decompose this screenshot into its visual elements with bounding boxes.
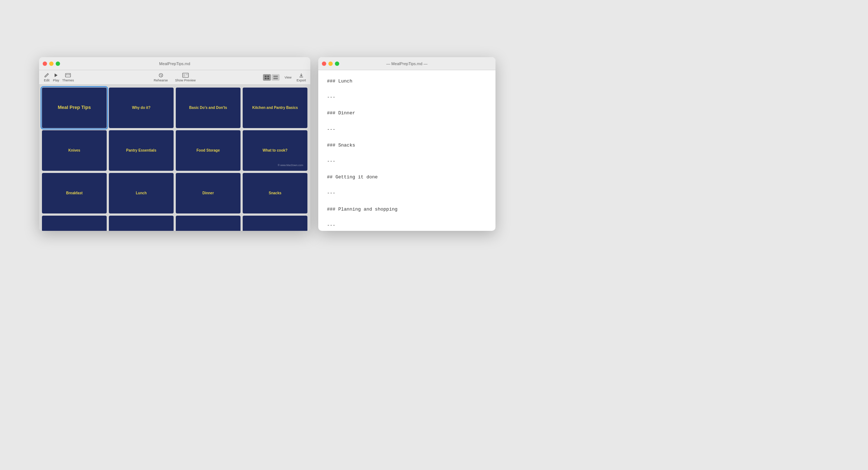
slide-title-3: Basic Do's and Don'ts (186, 102, 230, 113)
slide-card-7[interactable]: Food Storage (176, 130, 241, 171)
slide-card-14[interactable]: Planning and shopping (109, 216, 174, 231)
fullscreen-button[interactable] (56, 62, 60, 66)
right-window: — MealPrepTips.md — ### Lunch --- ### Di… (318, 57, 495, 231)
editor-line-11 (327, 165, 487, 173)
editor-line-10: --- (327, 157, 487, 165)
slide-title-11: Dinner (200, 188, 217, 198)
svg-marker-0 (55, 73, 58, 77)
slide-title-7: Food Storage (193, 145, 222, 156)
slide-card-8[interactable]: What to cook?® www.MacDown.com (243, 130, 307, 171)
slide-card-1[interactable]: Meal Prep Tips (42, 88, 107, 128)
slide-title-12: Snacks (266, 188, 284, 198)
svg-rect-14 (299, 77, 303, 77)
toolbar-right: View Export (263, 73, 306, 82)
slide-card-16[interactable]: Final thoughts (243, 216, 307, 231)
export-icon (298, 73, 305, 78)
editor-line-19 (327, 229, 487, 231)
left-window: MealPrepTips.md Edit Play (39, 57, 310, 231)
minimize-button-right[interactable] (328, 62, 333, 66)
titlebar-left: MealPrepTips.md (39, 57, 310, 70)
edit-icon (43, 73, 50, 78)
slide-card-6[interactable]: Pantry Essentials (109, 130, 174, 171)
svg-rect-9 (267, 76, 269, 77)
editor-line-13 (327, 181, 487, 189)
svg-rect-2 (66, 74, 68, 75)
svg-rect-6 (183, 74, 185, 77)
slide-title-10: Lunch (133, 188, 150, 198)
export-button[interactable]: Export (297, 73, 306, 82)
themes-icon (65, 73, 71, 78)
play-icon (53, 73, 59, 78)
editor-line-17 (327, 213, 487, 221)
slide-title-1: Meal Prep Tips (55, 102, 94, 114)
slide-title-5: Knives (65, 145, 83, 156)
slide-title-9: Breakfast (63, 188, 86, 198)
slide-grid: Meal Prep TipsWhy do it?Basic Do's and D… (39, 85, 310, 231)
slide-title-4: Kitchen and Pantry Basics (249, 102, 301, 113)
editor-line-14: --- (327, 189, 487, 197)
slide-card-11[interactable]: Dinner (176, 173, 241, 213)
toolbar-center: Rehearse Show Preview (154, 73, 196, 82)
titlebar-title-left: MealPrepTips.md (159, 62, 190, 66)
slide-title-6: Pantry Essentials (123, 145, 159, 156)
slide-title-2: Why do it? (129, 102, 153, 113)
slide-card-12[interactable]: Snacks (243, 173, 307, 213)
close-button-right[interactable] (322, 62, 326, 66)
slide-title-16: Final thoughts (260, 230, 290, 231)
minimize-button[interactable] (49, 62, 54, 66)
slide-card-3[interactable]: Basic Do's and Don'ts (176, 88, 241, 128)
toolbar-left: Edit Play Themes (39, 70, 310, 85)
svg-rect-3 (68, 74, 70, 75)
editor-line-8: ### Snacks (327, 141, 487, 149)
view-button[interactable]: View (285, 76, 292, 79)
edit-button[interactable]: Edit (43, 73, 50, 82)
slide-title-15: Cooking (198, 230, 218, 231)
rehearse-button[interactable]: Rehearse (154, 73, 168, 82)
close-button[interactable] (43, 62, 47, 66)
editor-line-3 (327, 101, 487, 109)
svg-rect-10 (265, 78, 267, 79)
view-toggle (263, 74, 280, 81)
titlebar-right: — MealPrepTips.md — (318, 57, 495, 70)
slide-card-9[interactable]: Breakfast (42, 173, 107, 213)
toolbar-group-left: Edit Play Themes (43, 73, 74, 82)
svg-rect-12 (273, 76, 278, 77)
list-view-button[interactable] (272, 74, 280, 81)
editor-line-7 (327, 134, 487, 141)
titlebar-title-right: — MealPrepTips.md — (386, 62, 427, 66)
slide-title-14: Planning and shopping (118, 230, 164, 231)
svg-rect-11 (267, 78, 269, 79)
editor-line-18: --- (327, 221, 487, 229)
slide-card-10[interactable]: Lunch (109, 173, 174, 213)
slide-card-5[interactable]: Knives (42, 130, 107, 171)
traffic-lights-right (322, 62, 339, 66)
play-button[interactable]: Play (53, 73, 59, 82)
slide-card-4[interactable]: Kitchen and Pantry Basics (243, 88, 307, 128)
svg-rect-7 (186, 74, 188, 75)
show-preview-button[interactable]: Show Preview (175, 73, 196, 82)
editor-line-5 (327, 117, 487, 125)
editor-line-12: ## Getting it done (327, 173, 487, 181)
editor-line-0: ### Lunch (327, 77, 487, 85)
traffic-lights-left (43, 62, 60, 66)
editor-line-4: ### Dinner (327, 109, 487, 117)
grid-view-button[interactable] (263, 74, 271, 81)
editor-line-2: --- (327, 93, 487, 101)
slide-card-13[interactable]: Getting it done (42, 216, 107, 231)
slide-title-8: What to cook? (260, 145, 290, 156)
fullscreen-button-right[interactable] (335, 62, 339, 66)
slide-card-15[interactable]: Cooking (176, 216, 241, 231)
svg-rect-13 (273, 78, 278, 79)
rehearse-icon (157, 73, 164, 78)
editor-content[interactable]: ### Lunch --- ### Dinner --- ### Snacks … (318, 70, 495, 231)
editor-line-6: --- (327, 126, 487, 134)
svg-rect-8 (265, 76, 267, 77)
editor-line-9 (327, 149, 487, 157)
show-preview-icon (182, 73, 189, 78)
editor-line-16: ### Planning and shopping (327, 206, 487, 213)
slide-card-2[interactable]: Why do it? (109, 88, 174, 128)
themes-button[interactable]: Themes (62, 73, 74, 82)
watermark: ® www.MacDown.com (278, 164, 303, 166)
editor-line-1 (327, 85, 487, 93)
editor-line-15 (327, 197, 487, 205)
